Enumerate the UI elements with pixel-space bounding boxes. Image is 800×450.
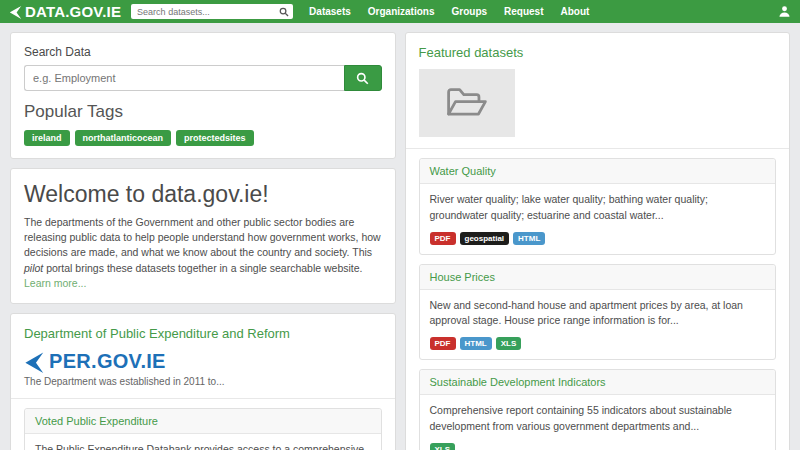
dataset-card: House PricesNew and second-hand house an…	[419, 264, 777, 361]
featured-dataset-cards: Water QualityRiver water quality; lake w…	[419, 158, 777, 450]
nav-item-request[interactable]: Request	[504, 6, 543, 17]
welcome-text-pilot: pilot	[24, 262, 43, 274]
search-data-panel: Search Data Popular Tags irelandnorthatl…	[10, 32, 396, 159]
welcome-text-before: The departments of the Government and ot…	[24, 216, 381, 258]
per-gov-ie-logo[interactable]: PER.GOV.IE	[24, 350, 382, 373]
dataset-card-title[interactable]: House Prices	[420, 265, 776, 290]
welcome-text-after: portal brings these datasets together in…	[43, 262, 362, 274]
tag-northatlanticocean[interactable]: northatlanticocean	[75, 130, 172, 146]
site-logo-text: DATA.GOV.IE	[25, 3, 121, 20]
dataset-search-input[interactable]	[24, 65, 344, 91]
format-badge-html[interactable]: HTML	[513, 232, 545, 245]
dataset-card: Sustainable Development IndicatorsCompre…	[419, 369, 777, 450]
search-icon[interactable]	[279, 7, 289, 17]
featured-datasets-title: Featured datasets	[419, 45, 777, 60]
format-badge-xls[interactable]: XLS	[496, 337, 522, 350]
site-logo[interactable]: DATA.GOV.IE	[9, 3, 121, 20]
nav-item-groups[interactable]: Groups	[452, 6, 488, 17]
format-badges: XLS	[430, 442, 766, 450]
department-panel: Department of Public Expenditure and Ref…	[10, 313, 396, 450]
navbar-search	[131, 4, 293, 19]
nav-item-organizations[interactable]: Organizations	[368, 6, 435, 17]
department-title: Department of Public Expenditure and Ref…	[24, 326, 382, 341]
nav-item-about[interactable]: About	[561, 6, 590, 17]
dataset-card: Water QualityRiver water quality; lake w…	[419, 158, 777, 255]
dataset-card-description: Comprehensive report containing 55 indic…	[430, 403, 766, 435]
popular-tags-title: Popular Tags	[24, 102, 382, 122]
search-row	[24, 65, 382, 91]
dataset-card-description: The Public Expenditure Databank provides…	[35, 442, 371, 450]
learn-more-link[interactable]: Learn more...	[24, 277, 86, 289]
nav-item-datasets[interactable]: Datasets	[309, 6, 351, 17]
main-content: Search Data Popular Tags irelandnorthatl…	[0, 23, 800, 450]
dataset-card-title[interactable]: Sustainable Development Indicators	[420, 370, 776, 395]
dataset-card-description: River water quality; lake water quality;…	[430, 192, 766, 224]
featured-divider	[406, 148, 790, 149]
navbar-search-input[interactable]	[131, 4, 293, 19]
dataset-card-body: Comprehensive report containing 55 indic…	[420, 395, 776, 450]
format-badges: PDFHTMLXLS	[430, 336, 766, 350]
department-dataset-cards: Voted Public ExpenditureThe Public Expen…	[24, 408, 382, 450]
right-column: Featured datasets Water QualityRiver wat…	[405, 32, 791, 450]
dataset-card-title[interactable]: Voted Public Expenditure	[25, 409, 381, 434]
left-column: Search Data Popular Tags irelandnorthatl…	[10, 32, 396, 450]
welcome-text: The departments of the Government and ot…	[24, 215, 382, 291]
department-description: The Department was established in 2011 t…	[24, 376, 382, 387]
harp-logo-icon	[9, 5, 23, 19]
search-data-title: Search Data	[24, 45, 382, 59]
welcome-title: Welcome to data.gov.ie!	[24, 181, 382, 208]
featured-image-placeholder	[419, 69, 515, 137]
dataset-card: Voted Public ExpenditureThe Public Expen…	[24, 408, 382, 450]
top-navbar: DATA.GOV.IE DatasetsOrganizationsGroupsR…	[0, 0, 800, 23]
user-account-icon[interactable]	[778, 5, 791, 18]
dataset-card-body: River water quality; lake water quality;…	[420, 184, 776, 254]
format-badge-pdf[interactable]: PDF	[430, 337, 456, 350]
format-badges: PDFgeospatialHTML	[430, 231, 766, 245]
open-folder-icon	[444, 85, 490, 121]
per-harp-icon	[24, 351, 46, 373]
nav-links: DatasetsOrganizationsGroupsRequestAbout	[309, 6, 589, 17]
welcome-panel: Welcome to data.gov.ie! The departments …	[10, 168, 396, 304]
dataset-card-description: New and second-hand house and apartment …	[430, 298, 766, 330]
per-logo-text: PER.GOV.IE	[49, 350, 166, 373]
department-divider	[11, 398, 395, 399]
popular-tags-list: irelandnorthatlanticoceanprotectedsites	[24, 130, 382, 146]
dataset-card-body: New and second-hand house and apartment …	[420, 290, 776, 360]
format-badge-pdf[interactable]: PDF	[430, 232, 456, 245]
format-badge-html[interactable]: HTML	[460, 337, 492, 350]
search-submit-button[interactable]	[344, 65, 382, 91]
tag-ireland[interactable]: ireland	[24, 130, 70, 146]
dataset-card-title[interactable]: Water Quality	[420, 159, 776, 184]
format-badge-xls[interactable]: XLS	[430, 443, 456, 450]
tag-protectedsites[interactable]: protectedsites	[176, 130, 254, 146]
featured-datasets-panel: Featured datasets Water QualityRiver wat…	[405, 32, 791, 450]
dataset-card-body: The Public Expenditure Databank provides…	[25, 434, 381, 450]
format-badge-geospatial[interactable]: geospatial	[460, 232, 510, 245]
